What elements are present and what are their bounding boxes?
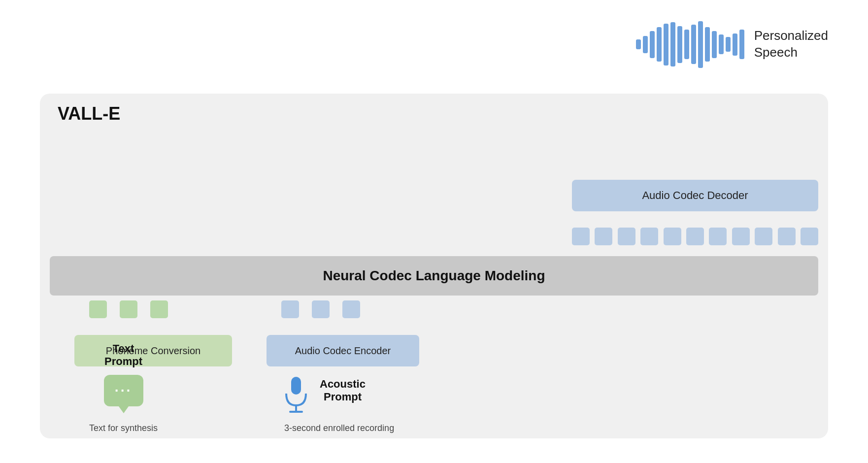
- audio-encoder-tokens-row: [281, 300, 360, 318]
- waveform-bar: [664, 24, 668, 66]
- waveform-bar: [677, 26, 682, 63]
- waveform-bar: [650, 31, 655, 58]
- output-token: [572, 228, 590, 245]
- valle-box: VALL-E Neural Codec Language Modeling Au…: [40, 94, 828, 438]
- output-token: [595, 228, 612, 245]
- waveform-bar: [698, 21, 703, 68]
- audio-enc-token: [342, 300, 360, 318]
- svg-rect-30: [291, 377, 301, 395]
- acoustic-prompt-section: Acoustic Prompt 3-second enrolled record…: [281, 375, 394, 433]
- waveform-bar: [712, 31, 717, 58]
- audio-codec-encoder-label: Audio Codec Encoder: [295, 345, 391, 357]
- waveform-bar: [691, 25, 696, 64]
- personalized-speech-label: Personalized Speech: [754, 28, 828, 61]
- enrolled-recording-label: 3-second enrolled recording: [284, 423, 394, 433]
- output-token: [732, 228, 750, 245]
- codec-decoder-label: Audio Codec Decoder: [642, 189, 748, 202]
- waveform-bar: [733, 33, 737, 56]
- output-token: [686, 228, 704, 245]
- text-prompt-label: Text Prompt: [104, 342, 142, 368]
- valle-title: VALL-E: [58, 103, 120, 124]
- output-token: [778, 228, 796, 245]
- audio-enc-token: [281, 300, 299, 318]
- personalized-speech-section: Personalized Speech: [636, 25, 828, 64]
- audio-codec-encoder-box: Audio Codec Encoder: [267, 335, 419, 366]
- waveform-icon: [636, 25, 744, 64]
- waveform-bar: [657, 27, 662, 62]
- waveform-bar: [726, 37, 731, 52]
- neural-band-label: Neural Codec Language Modeling: [323, 268, 545, 284]
- output-token: [709, 228, 727, 245]
- audio-enc-token: [312, 300, 330, 318]
- waveform-bar: [636, 39, 641, 49]
- acoustic-prompt-label: Acoustic Prompt: [320, 378, 366, 403]
- microphone-icon: [281, 375, 311, 416]
- waveform-bar: [643, 36, 648, 53]
- waveform-bar: [670, 22, 675, 66]
- output-tokens-row: [572, 228, 818, 245]
- waveform-bar: [739, 30, 744, 59]
- phoneme-token: [120, 300, 137, 318]
- output-token: [755, 228, 772, 245]
- phoneme-token: [150, 300, 168, 318]
- waveform-bar: [684, 30, 689, 59]
- chat-bubble-icon: ···: [104, 375, 143, 406]
- waveform-bar: [705, 27, 710, 62]
- output-token: [640, 228, 658, 245]
- phoneme-token: [89, 300, 107, 318]
- text-for-synthesis-label: Text for synthesis: [89, 423, 158, 433]
- output-token: [664, 228, 681, 245]
- codec-decoder-box: Audio Codec Decoder: [572, 180, 818, 211]
- neural-band: Neural Codec Language Modeling: [50, 256, 818, 296]
- text-prompt-section: Text Prompt ··· Text for synthesis: [89, 342, 158, 433]
- output-token: [618, 228, 635, 245]
- phoneme-tokens-row: [89, 300, 168, 318]
- output-token: [801, 228, 818, 245]
- chat-dots: ···: [115, 383, 132, 398]
- waveform-bar: [719, 34, 724, 54]
